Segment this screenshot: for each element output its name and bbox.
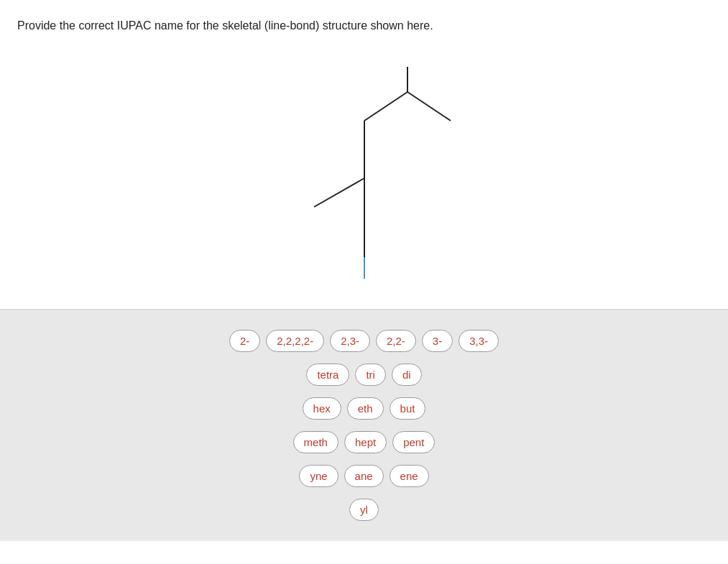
molecule-diagram <box>17 49 711 293</box>
pill-row-6: yl <box>349 499 379 521</box>
pill-2[interactable]: 2- <box>229 330 260 352</box>
pill-tetra[interactable]: tetra <box>306 364 349 386</box>
pill-hept[interactable]: hept <box>344 431 387 453</box>
pill-2222[interactable]: 2,2,2,2- <box>266 330 324 352</box>
pill-but[interactable]: but <box>390 397 426 420</box>
pill-hex[interactable]: hex <box>303 397 341 420</box>
pill-row-3: hex eth but <box>303 397 426 420</box>
svg-line-4 <box>364 92 407 121</box>
pill-meth[interactable]: meth <box>293 431 338 453</box>
svg-line-3 <box>314 178 364 207</box>
pill-yl[interactable]: yl <box>349 499 379 521</box>
pill-tri[interactable]: tri <box>355 364 386 386</box>
pill-row-4: meth hept pent <box>293 431 436 453</box>
pill-3[interactable]: 3- <box>422 330 453 352</box>
question-section: Provide the correct IUPAC name for the s… <box>0 0 728 309</box>
pill-23[interactable]: 2,3- <box>330 330 370 352</box>
pill-ene[interactable]: ene <box>390 465 429 487</box>
pill-yne[interactable]: yne <box>299 465 338 487</box>
pill-row-2: tetra tri di <box>306 364 421 386</box>
question-text: Provide the correct IUPAC name for the s… <box>17 17 520 34</box>
molecule-svg <box>249 63 479 279</box>
pill-22[interactable]: 2,2- <box>376 330 416 352</box>
pill-row-5: yne ane ene <box>299 465 428 487</box>
pill-pent[interactable]: pent <box>392 431 435 453</box>
svg-line-5 <box>407 92 451 121</box>
pill-eth[interactable]: eth <box>347 397 384 420</box>
pill-di[interactable]: di <box>392 364 422 386</box>
answer-section: 2- 2,2,2,2- 2,3- 2,2- 3- 3,3- tetra tri … <box>0 310 728 541</box>
pill-row-1: 2- 2,2,2,2- 2,3- 2,2- 3- 3,3- <box>229 330 499 352</box>
pill-33[interactable]: 3,3- <box>459 330 499 352</box>
pill-ane[interactable]: ane <box>344 465 384 487</box>
